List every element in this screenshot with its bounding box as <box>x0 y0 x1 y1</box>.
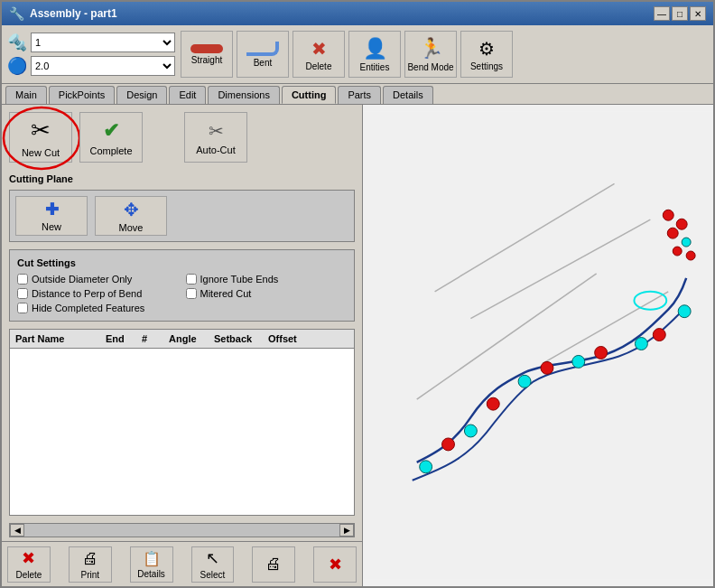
maximize-button[interactable]: □ <box>672 6 688 21</box>
cutting-plane-box: ✚ New ✥ Move <box>9 190 355 242</box>
bottom-delete-button[interactable]: ✖ Delete <box>7 546 51 583</box>
entities-button[interactable]: 👤 Entities <box>348 31 401 78</box>
tab-parts[interactable]: Parts <box>338 86 381 104</box>
horizontal-scrollbar[interactable]: ◀ ▶ <box>9 523 355 537</box>
auto-cut-label: Auto-Cut <box>196 145 235 155</box>
action-buttons: ✂ New Cut ✔ Complete <box>9 112 355 163</box>
close-button[interactable]: ✕ <box>690 6 706 21</box>
mitered-cut-checkbox[interactable] <box>186 288 197 299</box>
select-row-1: 🔩 1 <box>7 33 175 52</box>
table-body <box>10 349 354 515</box>
select-1[interactable]: 1 <box>31 33 175 52</box>
plus-icon: ✚ <box>45 200 59 219</box>
tab-pickpoints[interactable]: PickPoints <box>49 86 115 104</box>
cutting-plane-move-button[interactable]: ✥ Move <box>95 196 167 236</box>
bottom-select-label: Select <box>200 570 226 580</box>
main-window: 🔧 Assembly - part1 — □ ✕ 🔩 1 🔵 2.0 <box>0 0 715 588</box>
scroll-right-button[interactable]: ▶ <box>339 524 354 537</box>
tab-main[interactable]: Main <box>5 86 47 104</box>
bottom-delete-icon: ✖ <box>22 548 35 568</box>
minimize-button[interactable]: — <box>654 6 670 21</box>
cutting-plane-buttons: ✚ New ✥ Move <box>15 196 348 236</box>
svg-point-8 <box>518 375 531 387</box>
new-cut-button[interactable]: ✂ New Cut <box>9 112 72 163</box>
bottom-print-button[interactable]: 🖨 Print <box>69 546 112 583</box>
straight-button[interactable]: Straight <box>181 31 233 78</box>
bent-button[interactable]: Bent <box>237 31 289 78</box>
svg-point-10 <box>635 338 647 350</box>
bottom-delete-label: Delete <box>15 570 42 580</box>
title-bar: 🔧 Assembly - part1 — □ ✕ <box>2 2 713 25</box>
entities-icon: 👤 <box>363 37 387 61</box>
tab-dimensions[interactable]: Dimensions <box>208 86 279 104</box>
bottom-cancel-icon: ✖ <box>329 555 342 574</box>
tab-cutting[interactable]: Cutting <box>282 86 336 104</box>
tab-details[interactable]: Details <box>383 86 433 104</box>
cutting-plane-new-button[interactable]: ✚ New <box>15 196 88 236</box>
bottom-cancel-button[interactable]: ✖ <box>313 546 357 583</box>
entities-label: Entities <box>360 62 390 72</box>
delete-button[interactable]: ✖ Delete <box>292 31 345 78</box>
bend-mode-label: Bend Mode <box>407 62 453 72</box>
canvas-svg <box>363 105 713 586</box>
top-toolbar: 🔩 1 🔵 2.0 Straight Bent ✖ <box>2 25 713 84</box>
move-icon: ✥ <box>124 199 139 220</box>
scissors-icon <box>209 120 224 142</box>
scroll-track[interactable] <box>24 524 339 537</box>
tab-edit[interactable]: Edit <box>169 86 206 104</box>
window-controls: — □ ✕ <box>654 6 706 21</box>
bend-mode-icon: 🏃 <box>419 37 443 61</box>
distance-to-perp-item: Distance to Perp of Bend <box>17 288 179 299</box>
cut-settings-section: Cut Settings Outside Diameter Only Ignor… <box>9 249 355 322</box>
col-part-name: Part Name <box>14 331 104 346</box>
distance-to-perp-checkbox[interactable] <box>17 288 28 299</box>
col-number: # <box>140 331 167 346</box>
select-2[interactable]: 2.0 <box>31 56 175 76</box>
bend-mode-button[interactable]: 🏃 Bend Mode <box>404 31 457 78</box>
col-setback: Setback <box>212 331 266 346</box>
col-end: End <box>104 331 140 346</box>
scroll-left-button[interactable]: ◀ <box>10 524 24 537</box>
distance-to-perp-label: Distance to Perp of Bend <box>32 288 142 299</box>
delete-icon: ✖ <box>311 38 327 60</box>
check-icon: ✔ <box>103 119 119 143</box>
toolbar-icon-2: 🔵 <box>7 56 27 76</box>
canvas-area <box>363 105 713 586</box>
new-cut-icon: ✂ <box>31 117 51 145</box>
delete-label: Delete <box>306 61 332 71</box>
settings-button[interactable]: ⚙ Settings <box>460 31 513 78</box>
auto-cut-button[interactable]: Auto-Cut <box>184 112 247 163</box>
complete-button[interactable]: ✔ Complete <box>79 112 143 163</box>
svg-point-19 <box>667 228 678 238</box>
cutting-plane-move-label: Move <box>119 222 144 233</box>
bottom-select-icon: ↖ <box>206 548 219 568</box>
complete-label: Complete <box>89 145 132 156</box>
svg-point-13 <box>487 397 499 410</box>
svg-point-14 <box>541 361 553 374</box>
bottom-details-icon: 📋 <box>143 550 161 567</box>
svg-point-7 <box>464 425 477 437</box>
bottom-select-button[interactable]: ↖ Select <box>191 546 235 583</box>
svg-point-9 <box>572 355 585 368</box>
toolbar-selects: 🔩 1 🔵 2.0 <box>7 33 175 76</box>
left-panel: ✂ New Cut ✔ Complete <box>2 105 363 586</box>
ignore-tube-ends-label: Ignore Tube Ends <box>200 274 279 285</box>
svg-point-18 <box>676 219 687 229</box>
bent-icon <box>246 42 279 56</box>
outside-diameter-checkbox[interactable] <box>17 274 28 285</box>
action-area: ✂ New Cut ✔ Complete <box>2 105 362 170</box>
new-cut-wrapper: ✂ New Cut <box>9 112 72 163</box>
tab-bar: Main PickPoints Design Edit Dimensions C… <box>2 84 713 105</box>
hide-completed-checkbox[interactable] <box>17 303 28 313</box>
mitered-cut-label: Mitered Cut <box>200 288 252 299</box>
svg-point-22 <box>686 251 695 260</box>
cutting-plane-title: Cutting Plane <box>2 170 362 186</box>
checkbox-grid: Outside Diameter Only Ignore Tube Ends D… <box>17 274 347 313</box>
tab-design[interactable]: Design <box>116 86 167 104</box>
bottom-print2-button[interactable]: 🖨 <box>252 546 295 583</box>
hide-completed-label: Hide Completed Features <box>32 303 144 313</box>
bottom-details-button[interactable]: 📋 Details <box>130 546 173 583</box>
settings-label: Settings <box>470 61 503 71</box>
ignore-tube-ends-checkbox[interactable] <box>186 274 197 285</box>
cut-settings-title: Cut Settings <box>17 257 347 268</box>
